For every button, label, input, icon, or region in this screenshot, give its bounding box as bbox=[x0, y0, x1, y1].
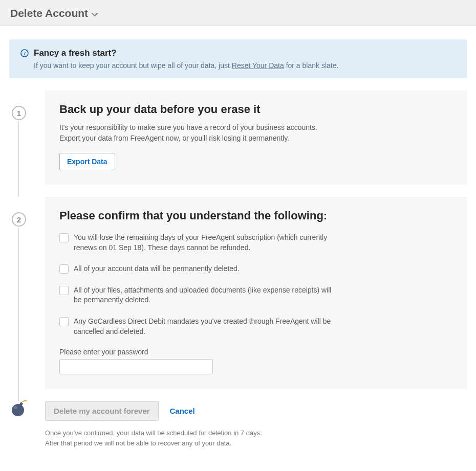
step-2: 2 Please confirm that you understand the… bbox=[18, 197, 467, 389]
info-icon: ? bbox=[20, 49, 29, 59]
step-number-2: 2 bbox=[12, 212, 26, 227]
step-1-description: It's your responsibility to make sure yo… bbox=[59, 122, 452, 144]
step-number-1: 1 bbox=[12, 106, 26, 120]
delete-account-button[interactable]: Delete my account forever bbox=[45, 401, 159, 421]
cancel-link[interactable]: Cancel bbox=[169, 407, 194, 415]
step-2-title: Please confirm that you understand the f… bbox=[59, 209, 452, 222]
banner-desc-after: for a blank slate. bbox=[284, 61, 339, 70]
step-1-desc-line2: Export your data from FreeAgent now, or … bbox=[59, 134, 289, 142]
svg-point-3 bbox=[13, 406, 17, 409]
step-2-card: Please confirm that you understand the f… bbox=[45, 197, 467, 389]
confirm-checkbox-mandates[interactable] bbox=[59, 317, 69, 326]
step-1-title: Back up your data before you erase it bbox=[59, 103, 452, 116]
svg-point-2 bbox=[12, 404, 24, 416]
confirm-label: Any GoCardless Direct Debit mandates you… bbox=[74, 317, 336, 337]
footer-note: Once you've confirmed, your data will be… bbox=[18, 428, 467, 448]
svg-point-5 bbox=[26, 400, 28, 402]
confirm-label: All of your account data will be permane… bbox=[74, 264, 240, 274]
actions-row: Delete my account forever Cancel bbox=[18, 401, 467, 421]
step-1-card: Back up your data before you erase it It… bbox=[45, 91, 467, 185]
step-connector bbox=[18, 228, 19, 401]
password-label: Please enter your password bbox=[59, 348, 452, 356]
banner-description: If you want to keep your account but wip… bbox=[34, 61, 338, 70]
info-banner: ? Fancy a fresh start? If you want to ke… bbox=[9, 39, 467, 78]
password-input[interactable] bbox=[59, 359, 213, 374]
step-connector bbox=[18, 121, 19, 197]
reset-data-link[interactable]: Reset Your Data bbox=[232, 61, 284, 70]
confirm-row: All of your account data will be permane… bbox=[59, 264, 336, 274]
confirm-row: You will lose the remaining days of your… bbox=[59, 233, 336, 253]
confirm-checkbox-data[interactable] bbox=[59, 264, 69, 274]
export-data-button[interactable]: Export Data bbox=[59, 153, 115, 170]
confirm-label: You will lose the remaining days of your… bbox=[74, 233, 336, 253]
step-1-desc-line1: It's your responsibility to make sure yo… bbox=[59, 123, 317, 131]
confirm-row: Any GoCardless Direct Debit mandates you… bbox=[59, 317, 336, 337]
footer-line1: Once you've confirmed, your data will be… bbox=[45, 429, 262, 437]
confirm-checkbox-files[interactable] bbox=[59, 286, 69, 295]
banner-desc-before: If you want to keep your account but wip… bbox=[34, 61, 232, 70]
step-1: 1 Back up your data before you erase it … bbox=[18, 91, 467, 185]
confirm-row: All of your files, attachments and uploa… bbox=[59, 285, 336, 305]
confirm-checkbox-subscription[interactable] bbox=[59, 233, 69, 242]
svg-text:?: ? bbox=[24, 51, 26, 56]
page-header: Delete Account bbox=[0, 0, 476, 26]
bomb-icon bbox=[10, 398, 29, 417]
page-title: Delete Account bbox=[10, 7, 88, 19]
chevron-down-icon[interactable] bbox=[92, 10, 98, 18]
footer-line2: After that period we will not be able to… bbox=[45, 439, 231, 447]
banner-title: Fancy a fresh start? bbox=[34, 48, 338, 58]
confirm-label: All of your files, attachments and uploa… bbox=[74, 285, 336, 305]
